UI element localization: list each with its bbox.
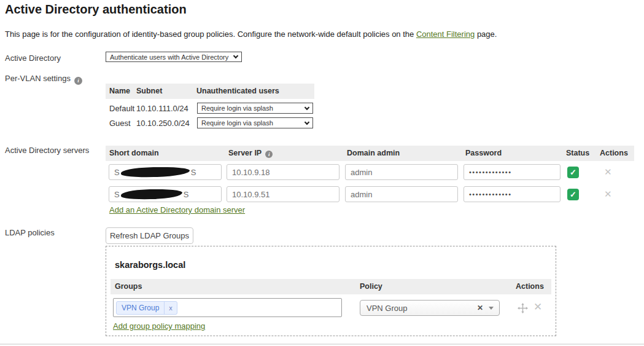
- info-icon[interactable]: i: [74, 77, 82, 85]
- password-input[interactable]: •••••••••••••: [464, 164, 561, 180]
- delete-mapping-icon[interactable]: ✕: [533, 302, 542, 312]
- password-input[interactable]: •••••••••••••: [464, 186, 561, 202]
- domain-admin-input[interactable]: admin: [345, 164, 458, 180]
- policy-select[interactable]: VPN Group ✕: [360, 300, 500, 316]
- chevron-down-icon: [233, 53, 238, 58]
- vlan-unauth-select[interactable]: Require login via splash: [197, 117, 313, 128]
- drag-move-icon[interactable]: [518, 303, 528, 313]
- content-filtering-link[interactable]: Content Filtering: [416, 29, 475, 39]
- info-icon[interactable]: i: [265, 151, 273, 158]
- vlan-unauth-select-value: Require login via splash: [201, 119, 273, 127]
- description-text-suffix: page.: [475, 29, 497, 39]
- ad-mode-select-value: Authenticate users with Active Directory: [110, 53, 228, 61]
- page-description: This page is for the configuration of id…: [5, 29, 497, 39]
- column-header-domain-admin: Domain admin: [347, 146, 400, 161]
- chevron-down-icon: [305, 119, 309, 124]
- column-header-unauthenticated-users: Unauthenticated users: [196, 84, 279, 99]
- description-text-prefix: This page is for the configuration of id…: [5, 29, 416, 39]
- server-ip-input[interactable]: 10.10.9.18: [227, 164, 339, 180]
- active-directory-label: Active Directory: [5, 53, 61, 63]
- column-header-subnet: Subnet: [136, 84, 162, 99]
- short-domain-value-prefix: S: [114, 168, 120, 177]
- column-header-name: Name: [109, 84, 130, 99]
- vlan-row-name: Guest: [109, 118, 131, 129]
- clear-selection-icon[interactable]: ✕: [475, 304, 489, 312]
- groups-tag-input[interactable]: VPN Group x: [113, 298, 342, 317]
- short-domain-input[interactable]: S S: [109, 186, 222, 202]
- ad-authentication-page: Active Directory authentication This pag…: [0, 0, 644, 346]
- refresh-ldap-groups-button[interactable]: Refresh LDAP Groups: [106, 227, 193, 244]
- vlan-row-name: Default: [109, 103, 134, 114]
- status-ok-badge: ✓: [567, 167, 579, 178]
- delete-server-icon[interactable]: ✕: [604, 167, 612, 177]
- column-header-password: Password: [465, 146, 502, 161]
- short-domain-value-suffix: S: [184, 190, 189, 199]
- chevron-down-icon: [305, 104, 309, 109]
- add-group-policy-mapping-link[interactable]: Add group policy mapping: [113, 321, 205, 331]
- group-tag: VPN Group x: [116, 301, 177, 315]
- add-ad-server-link[interactable]: Add an Active Directory domain server: [109, 205, 245, 214]
- short-domain-value-prefix: S: [114, 190, 120, 199]
- status-ok-badge: ✓: [567, 189, 579, 200]
- domain-admin-input[interactable]: admin: [345, 186, 458, 202]
- column-header-actions: Actions: [600, 146, 628, 161]
- section-divider: [0, 344, 644, 345]
- redaction-blob: [120, 167, 189, 178]
- vlan-unauth-select-value: Require login via splash: [201, 104, 273, 112]
- group-tag-label: VPN Group: [117, 304, 164, 312]
- column-header-policy: Policy: [360, 279, 382, 294]
- page-title: Active Directory authentication: [5, 2, 187, 17]
- policy-select-value: VPN Group: [360, 304, 475, 313]
- vlan-unauth-select[interactable]: Require login via splash: [197, 103, 313, 114]
- short-domain-input[interactable]: S S: [109, 164, 222, 180]
- ad-mode-select[interactable]: Authenticate users with Active Directory: [106, 52, 242, 62]
- remove-tag-icon[interactable]: x: [165, 304, 177, 312]
- column-header-short-domain: Short domain: [109, 146, 159, 161]
- ldap-table-header: [111, 279, 551, 294]
- short-domain-value-suffix: S: [191, 168, 196, 177]
- server-ip-input[interactable]: 10.10.9.51: [227, 186, 339, 202]
- column-header-status: Status: [566, 146, 589, 161]
- vlan-row-subnet: 10.10.250.0/24: [136, 118, 190, 129]
- ldap-policies-label: LDAP policies: [5, 228, 55, 237]
- column-header-server-ip: Server IPi: [228, 146, 273, 161]
- vlan-row-subnet: 10.10.111.0/24: [136, 103, 188, 114]
- per-vlan-settings-label: Per-VLAN settingsi: [5, 74, 82, 85]
- ad-servers-label: Active Directory servers: [5, 146, 89, 155]
- redaction-blob: [120, 189, 182, 200]
- ldap-domain-heading: skaraborgs.local: [115, 260, 185, 270]
- column-header-actions: Actions: [516, 279, 544, 294]
- delete-server-icon[interactable]: ✕: [604, 189, 612, 199]
- column-header-groups: Groups: [115, 279, 142, 294]
- caret-down-icon: [489, 307, 494, 310]
